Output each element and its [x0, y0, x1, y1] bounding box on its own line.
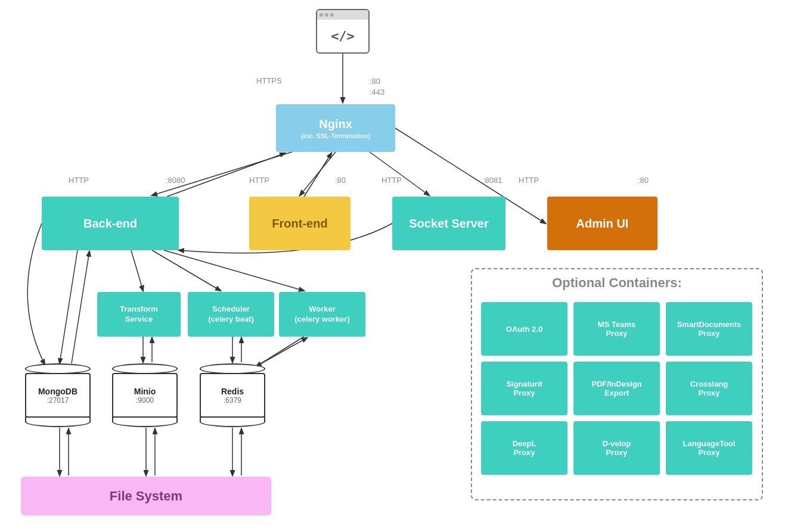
mongodb-cylinder: MongoDB :27017: [25, 363, 91, 427]
redis-body: Redis :6379: [200, 373, 265, 418]
scheduler-name: Scheduler(celery beat): [208, 304, 254, 325]
mongodb-port: :27017: [47, 396, 69, 405]
svg-line-5: [370, 152, 429, 195]
svg-line-9: [164, 250, 304, 291]
redis-top: [200, 363, 265, 374]
svg-line-3: [300, 152, 336, 195]
port-8081-label: :8081: [483, 176, 502, 185]
minio-cylinder: Minio :9000: [112, 363, 178, 427]
scheduler-box: Scheduler(celery beat): [188, 292, 274, 337]
minio-top: [112, 363, 178, 374]
frontend-box: Front-end: [249, 197, 350, 250]
svg-line-11: [72, 251, 89, 363]
optional-grid: OAuth 2.0 MS TeamsProxy SmartDocumentsPr…: [481, 302, 752, 475]
frontend-name: Front-end: [272, 217, 327, 231]
svg-line-17: [259, 338, 307, 365]
filesystem-name: File System: [110, 489, 182, 504]
mongodb-bottom: [25, 416, 91, 427]
nginx-sub: (inc. SSL-Termination): [301, 132, 371, 139]
redis-port: :6379: [224, 396, 241, 405]
transform-box: TransformService: [97, 292, 181, 337]
backend-box: Back-end: [42, 197, 179, 250]
optional-item-oauth: OAuth 2.0: [481, 302, 567, 356]
svg-line-4: [304, 153, 331, 197]
socket-name: Socket Server: [409, 217, 488, 231]
redis-bottom: [200, 416, 265, 427]
optional-item-signaturit: SignaturitProxy: [481, 362, 567, 415]
mongodb-top: [25, 363, 91, 374]
browser-box: </>: [316, 9, 370, 54]
port-80-admin-label: :80: [638, 176, 649, 185]
port-8080-label: :8080: [166, 176, 185, 185]
mongodb-body: MongoDB :27017: [25, 373, 91, 418]
worker-name: Worker(celery worker): [294, 304, 350, 325]
optional-item-smartdocs: SmartDocumentsProxy: [666, 302, 752, 356]
mongodb-name: MongoDB: [38, 387, 77, 396]
minio-bottom: [112, 416, 178, 427]
svg-line-8: [152, 250, 221, 291]
optional-title: Optional Containers:: [552, 275, 682, 291]
optional-containers-box: Optional Containers: OAuth 2.0 MS TeamsP…: [471, 268, 763, 500]
svg-line-7: [131, 250, 143, 291]
adminui-name: Admin UI: [576, 217, 629, 231]
nginx-box: Nginx (inc. SSL-Termination): [276, 104, 395, 152]
browser-code-symbol: </>: [331, 20, 355, 52]
redis-name: Redis: [221, 387, 244, 396]
optional-item-msteams: MS TeamsProxy: [573, 302, 660, 356]
svg-line-16: [256, 337, 304, 366]
redis-cylinder: Redis :6379: [200, 363, 265, 427]
minio-name: Minio: [134, 387, 156, 396]
http-admin-label: HTTP: [519, 176, 539, 185]
minio-port: :9000: [136, 396, 154, 405]
diagram-container: </> HTTPS :80 :443 Nginx (inc. SSL-Termi…: [0, 0, 791, 532]
http-backend-label: HTTP: [69, 176, 89, 185]
optional-item-crosslang: CrosslangProxy: [666, 362, 752, 415]
optional-item-dvelop: D-velopProxy: [573, 421, 660, 475]
worker-box: Worker(celery worker): [279, 292, 365, 337]
browser-titlebar: [317, 10, 368, 20]
port-80-frontend-label: :80: [335, 176, 346, 185]
browser-dot-1: [319, 13, 323, 17]
svg-line-2: [167, 153, 285, 197]
svg-line-10: [60, 250, 77, 363]
adminui-box: Admin UI: [547, 197, 657, 250]
https-label: HTTPS: [256, 76, 282, 85]
socket-box: Socket Server: [392, 197, 505, 250]
http-socket-label: HTTP: [381, 176, 402, 185]
browser-dot-3: [330, 13, 334, 17]
svg-line-1: [152, 152, 292, 195]
transform-name: TransformService: [120, 304, 158, 325]
optional-item-languagetool: LanguageToolProxy: [666, 421, 752, 475]
optional-item-deepl: DeepLProxy: [481, 421, 567, 475]
backend-name: Back-end: [83, 217, 137, 231]
browser-dot-2: [325, 13, 328, 17]
minio-body: Minio :9000: [112, 373, 178, 418]
nginx-name: Nginx: [319, 117, 352, 131]
http-frontend-label: HTTP: [249, 176, 269, 185]
port-80-443-label: :80 :443: [370, 76, 384, 98]
optional-item-pdf-indesign: PDF/InDesignExport: [573, 362, 660, 415]
filesystem-box: File System: [21, 477, 271, 515]
